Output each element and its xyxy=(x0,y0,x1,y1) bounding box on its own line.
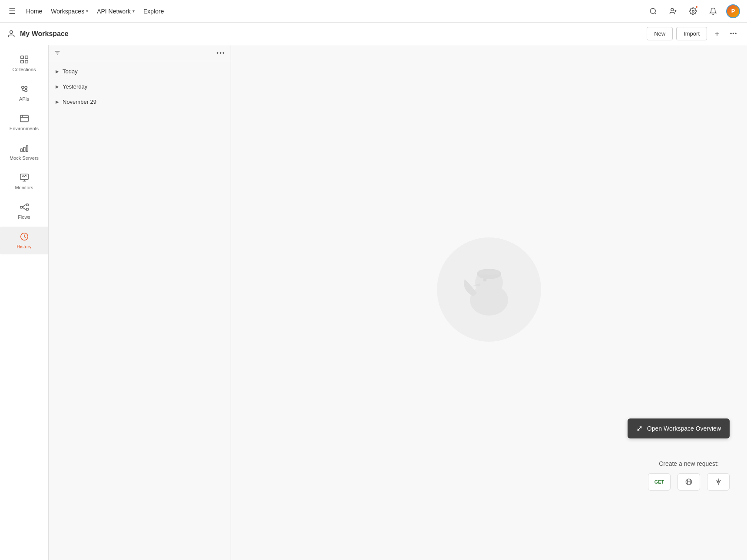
illustration xyxy=(437,237,541,342)
grpc-request-button[interactable] xyxy=(707,473,730,491)
svg-rect-11 xyxy=(25,56,27,59)
monitors-label: Monitors xyxy=(15,185,33,190)
apis-icon xyxy=(20,84,29,94)
sidebar: Collections APIs Environments Mock Serve… xyxy=(0,45,49,560)
svg-rect-41 xyxy=(479,270,499,275)
hamburger-menu[interactable]: ☰ xyxy=(7,5,17,18)
monitors-icon xyxy=(20,173,29,182)
sidebar-item-monitors[interactable]: Monitors xyxy=(0,168,48,195)
search-button[interactable] xyxy=(646,4,660,18)
postman-bird-illustration xyxy=(437,237,541,342)
external-link-icon: ⤢ xyxy=(636,424,643,433)
november29-label: November 29 xyxy=(63,99,96,105)
apis-label: APIs xyxy=(19,96,29,102)
history-group-today: ▶ Today xyxy=(49,65,231,78)
graphql-icon xyxy=(684,478,693,486)
workspace-title-area: My Workspace xyxy=(7,30,647,38)
ellipsis-icon: ••• xyxy=(730,30,737,37)
svg-point-14 xyxy=(24,89,26,92)
history-group-november29: ▶ November 29 xyxy=(49,95,231,109)
svg-point-13 xyxy=(21,86,24,89)
svg-point-6 xyxy=(10,30,13,33)
request-type-icons: GET xyxy=(648,473,730,491)
svg-rect-27 xyxy=(26,204,28,206)
get-request-button[interactable]: GET xyxy=(648,473,671,491)
sidebar-item-mock-servers[interactable]: Mock Servers xyxy=(0,138,48,166)
top-navigation: ☰ Home Workspaces ▾ API Network ▾ Explor… xyxy=(0,0,747,23)
grpc-icon xyxy=(714,478,723,486)
svg-rect-18 xyxy=(20,115,28,122)
svg-rect-9 xyxy=(20,56,23,59)
mock-servers-icon xyxy=(20,143,29,153)
user-avatar[interactable]: P xyxy=(726,4,740,18)
svg-rect-23 xyxy=(26,146,28,152)
yesterday-label: Yesterday xyxy=(63,83,87,90)
collections-label: Collections xyxy=(13,67,36,72)
history-panel: ••• ▶ Today ▶ Yesterday ▶ November 29 xyxy=(49,45,231,560)
create-request-label: Create a new request: xyxy=(648,460,730,467)
svg-rect-12 xyxy=(25,60,27,63)
history-group-today-header[interactable]: ▶ Today xyxy=(49,65,231,78)
svg-rect-10 xyxy=(20,60,23,63)
svg-line-29 xyxy=(22,205,25,208)
flows-icon xyxy=(20,202,29,212)
sidebar-item-apis[interactable]: APIs xyxy=(0,79,48,107)
bell-icon xyxy=(709,7,717,15)
open-workspace-overview-button[interactable]: ⤢ Open Workspace Overview xyxy=(628,418,730,438)
flows-label: Flows xyxy=(18,214,30,220)
collections-icon xyxy=(20,55,29,64)
sidebar-item-flows[interactable]: Flows xyxy=(0,197,48,225)
svg-point-2 xyxy=(671,8,674,11)
svg-point-5 xyxy=(692,10,694,12)
main-area: ⤢ Open Workspace Overview Create a new r… xyxy=(231,45,747,560)
workspace-header: My Workspace New Import ••• xyxy=(0,23,747,45)
get-label: GET xyxy=(654,479,664,484)
graphql-request-button[interactable] xyxy=(678,473,700,491)
import-button[interactable]: Import xyxy=(676,27,707,40)
settings-notification-dot xyxy=(695,5,698,9)
history-more-options[interactable]: ••• xyxy=(216,49,225,56)
sidebar-item-environments[interactable]: Environments xyxy=(0,109,48,136)
svg-rect-21 xyxy=(20,149,22,152)
history-label: History xyxy=(17,244,31,249)
workspaces-dropdown-arrow: ▾ xyxy=(86,9,88,13)
nav-api-network[interactable]: API Network ▾ xyxy=(97,8,135,15)
notifications-button[interactable] xyxy=(706,4,720,18)
sidebar-item-collections[interactable]: Collections xyxy=(0,49,48,77)
november29-chevron: ▶ xyxy=(56,99,59,104)
nav-workspaces[interactable]: Workspaces ▾ xyxy=(51,8,88,15)
open-workspace-label: Open Workspace Overview xyxy=(647,425,721,432)
settings-button[interactable] xyxy=(686,4,700,18)
nav-right: P xyxy=(646,4,740,18)
workspace-actions: New Import ••• xyxy=(647,27,740,40)
bird-svg xyxy=(454,255,524,324)
more-options-button[interactable]: ••• xyxy=(727,27,740,40)
environments-label: Environments xyxy=(10,126,39,131)
svg-rect-22 xyxy=(23,147,25,152)
history-group-yesterday-header[interactable]: ▶ Yesterday xyxy=(49,80,231,93)
yesterday-chevron: ▶ xyxy=(56,84,59,89)
today-label: Today xyxy=(63,68,78,75)
history-group-yesterday: ▶ Yesterday xyxy=(49,80,231,93)
filter-icon xyxy=(54,49,61,56)
add-tab-button[interactable] xyxy=(711,27,724,40)
sidebar-item-history[interactable]: History xyxy=(0,227,48,254)
svg-line-30 xyxy=(22,207,25,209)
nav-explore[interactable]: Explore xyxy=(143,8,164,15)
svg-point-15 xyxy=(24,86,26,89)
invite-button[interactable] xyxy=(666,4,680,18)
api-network-dropdown-arrow: ▾ xyxy=(132,9,135,13)
history-group-november29-header[interactable]: ▶ November 29 xyxy=(49,95,231,109)
main-layout: Collections APIs Environments Mock Serve… xyxy=(0,45,747,560)
search-icon xyxy=(649,7,657,15)
svg-point-0 xyxy=(650,8,655,13)
add-user-icon xyxy=(669,7,677,15)
user-icon xyxy=(7,30,16,38)
svg-rect-28 xyxy=(26,208,28,211)
svg-line-1 xyxy=(654,13,656,14)
create-request-section: Create a new request: GET xyxy=(648,460,730,491)
history-icon xyxy=(20,232,29,241)
new-button[interactable]: New xyxy=(647,27,673,40)
nav-home[interactable]: Home xyxy=(26,8,42,15)
environments-icon xyxy=(20,114,29,123)
